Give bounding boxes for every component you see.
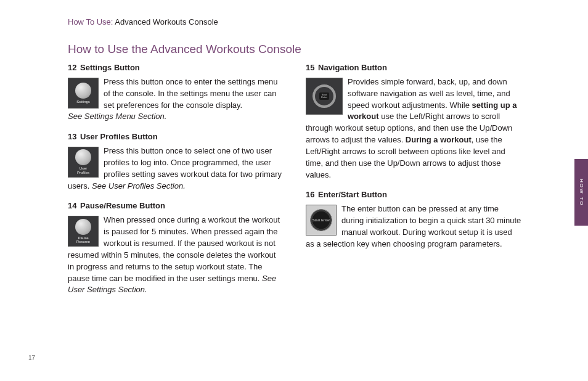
item-13: 13User Profiles Button UserProfiles Pres… (68, 131, 284, 192)
item-14: 14Pause/Resume Button PauseResume When p… (68, 200, 284, 296)
item-16: 16Enter/Start Button Start Enter The ent… (306, 189, 521, 250)
item-title: User Profiles Button (80, 132, 158, 141)
running-header: How To Use: Advanced Workouts Console (68, 17, 549, 27)
navigation-button-icon: Start Enter (306, 78, 343, 115)
item-text: The enter button can be pressed at any t… (306, 204, 521, 248)
item-heading: 13User Profiles Button (68, 131, 284, 143)
item-note: See Settings Menu Section. (68, 112, 166, 121)
item-body: Settings Press this button once to enter… (68, 76, 284, 123)
item-heading: 16Enter/Start Button (306, 189, 521, 201)
header-prefix: How To Use: (68, 17, 115, 27)
user-profiles-button-icon: UserProfiles (68, 147, 99, 178)
right-column: 15Navigation Button Start Enter Provides… (306, 62, 521, 305)
pause-resume-button-icon: PauseResume (68, 216, 99, 247)
settings-button-icon: Settings (68, 78, 99, 109)
item-title: Pause/Resume Button (80, 201, 165, 210)
item-note: See User Profiles Section. (92, 181, 186, 190)
left-column: 12Settings Button Settings Press this bu… (68, 62, 284, 305)
enter-start-button-icon: Start Enter (306, 205, 337, 236)
item-body: PauseResume When pressed once during a w… (68, 215, 284, 296)
item-number: 13 (68, 131, 80, 143)
page-title: How to Use the Advanced Workouts Console (68, 43, 549, 56)
item-number: 16 (306, 189, 318, 201)
item-15: 15Navigation Button Start Enter Provides… (306, 62, 521, 181)
item-number: 15 (306, 62, 318, 74)
header-suffix: Advanced Workouts Console (115, 17, 218, 27)
item-number: 12 (68, 62, 80, 74)
content-columns: 12Settings Button Settings Press this bu… (68, 62, 549, 305)
manual-page: How To Use: Advanced Workouts Console Ho… (0, 0, 588, 381)
item-title: Settings Button (80, 63, 140, 72)
section-side-tab: HOW TO (574, 159, 588, 226)
item-heading: 14Pause/Resume Button (68, 200, 284, 212)
item-bold-2: During a workout (406, 135, 472, 144)
item-number: 14 (68, 200, 80, 212)
item-heading: 12Settings Button (68, 62, 284, 74)
item-12: 12Settings Button Settings Press this bu… (68, 62, 284, 123)
item-text: When pressed once during a workout the w… (68, 215, 280, 282)
page-number: 17 (28, 354, 35, 361)
item-heading: 15Navigation Button (306, 62, 521, 74)
item-title: Navigation Button (318, 63, 387, 72)
item-text: Press this button once to enter the sett… (104, 77, 278, 110)
item-body: Start Enter The enter button can be pres… (306, 203, 521, 250)
item-body: Start Enter Provides simple forward, bac… (306, 76, 521, 181)
item-title: Enter/Start Button (318, 190, 387, 199)
item-body: UserProfiles Press this button once to s… (68, 145, 284, 192)
